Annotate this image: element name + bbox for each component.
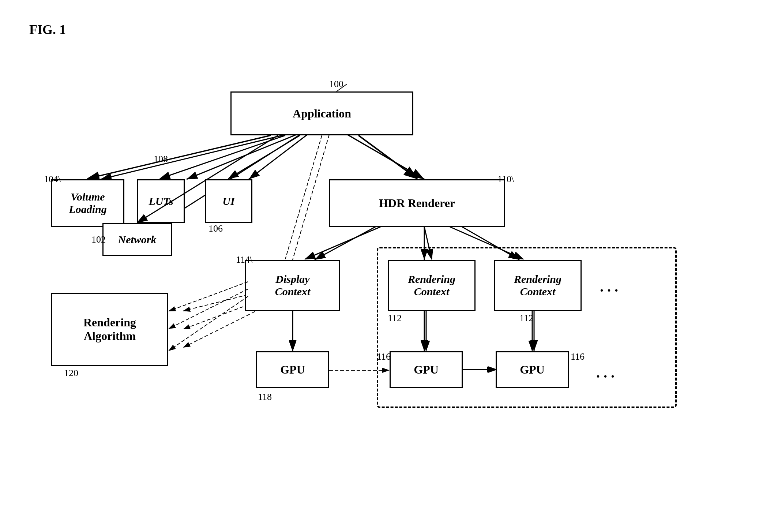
rendering-context1-label: Rendering Context xyxy=(408,273,455,298)
display-context-label: Display Context xyxy=(275,273,311,298)
diagram: 100 Application 108 Volume Loading 104\ … xyxy=(29,44,746,512)
svg-line-35 xyxy=(169,296,248,351)
ref-116b: 116 xyxy=(571,351,585,362)
rendering-context2-label: Rendering Context xyxy=(514,273,561,298)
gpu2-box: GPU xyxy=(390,351,463,388)
gpu1-label: GPU xyxy=(280,363,305,376)
svg-line-17 xyxy=(293,135,329,260)
rendering-algorithm-label: Rendering Algorithm xyxy=(83,316,136,343)
volume-loading-label: Volume Loading xyxy=(69,191,106,216)
gpu2-label: GPU xyxy=(414,363,439,376)
svg-line-36 xyxy=(285,135,322,259)
svg-line-26 xyxy=(305,227,380,259)
svg-line-23 xyxy=(229,135,300,179)
svg-line-6 xyxy=(347,135,424,179)
fig-label: FIG. 1 xyxy=(29,22,66,37)
ref-112a: 112 xyxy=(388,313,402,324)
ui-label: UI xyxy=(222,195,234,207)
luts-label: LUTs xyxy=(149,195,173,207)
display-context-box: Display Context xyxy=(245,260,340,311)
ref-114: 114\ xyxy=(236,254,252,265)
svg-line-21 xyxy=(88,135,271,179)
volume-loading-box: Volume Loading xyxy=(51,179,124,227)
svg-line-7 xyxy=(315,226,377,260)
ref-102: 102 xyxy=(91,234,106,245)
rendering-context2-box: Rendering Context xyxy=(494,260,582,311)
luts-box: LUTs xyxy=(137,179,185,223)
ref-100: 100 xyxy=(329,79,343,90)
dots-gpu: . . . xyxy=(596,364,615,381)
rendering-context1-box: Rendering Context xyxy=(388,260,476,311)
ref-108: 108 xyxy=(154,154,168,165)
ui-box: UI xyxy=(205,179,252,223)
ref-118: 118 xyxy=(258,391,272,402)
gpu3-box: GPU xyxy=(496,351,569,388)
svg-line-2 xyxy=(101,135,285,179)
ref-120: 120 xyxy=(64,368,78,379)
dots-rendering: . . . xyxy=(600,278,618,295)
application-label: Application xyxy=(293,107,351,120)
svg-line-34 xyxy=(169,289,248,329)
hdr-renderer-box: HDR Renderer xyxy=(329,179,505,227)
svg-line-33 xyxy=(169,282,248,311)
fig-title: FIG. 1 xyxy=(29,22,66,37)
svg-line-4 xyxy=(249,135,307,179)
hdr-renderer-label: HDR Renderer xyxy=(379,196,455,210)
ref-110: 110\ xyxy=(497,174,514,185)
svg-line-22 xyxy=(160,135,285,179)
svg-line-25 xyxy=(358,135,417,179)
ref-104: 104\ xyxy=(44,174,61,185)
gpu1-box: GPU xyxy=(256,351,329,388)
ref-112b: 112 xyxy=(519,313,533,324)
rendering-algorithm-box: Rendering Algorithm xyxy=(51,293,168,366)
ref-116a: 116 xyxy=(377,351,391,362)
ref-106: 106 xyxy=(208,223,223,234)
network-box: Network xyxy=(102,223,172,256)
svg-line-3 xyxy=(187,135,296,179)
network-label: Network xyxy=(118,233,157,246)
gpu3-label: GPU xyxy=(520,363,545,376)
application-box: Application xyxy=(230,91,413,135)
